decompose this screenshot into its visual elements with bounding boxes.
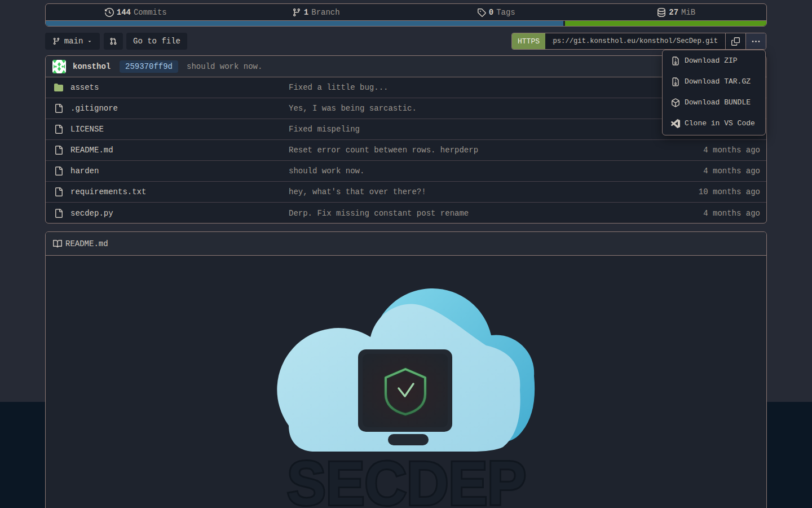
svg-text:SECDEP: SECDEP xyxy=(287,448,526,508)
